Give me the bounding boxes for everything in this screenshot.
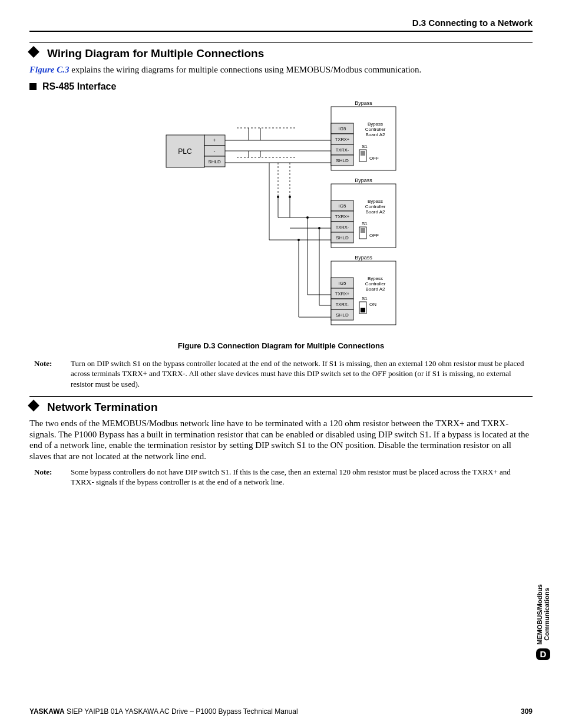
page-footer: YASKAWA SIEP YAIP1B 01A YASKAWA AC Drive… bbox=[29, 707, 533, 716]
svg-text:ON: ON bbox=[369, 302, 376, 307]
intro-paragraph: Figure C.3 explains the wiring diagrams … bbox=[29, 64, 533, 75]
header-section-title: D.3 Connecting to a Network bbox=[29, 18, 533, 32]
svg-text:Bypass: Bypass bbox=[355, 100, 372, 106]
svg-point-33 bbox=[306, 216, 309, 219]
diamond-bullet-icon bbox=[29, 48, 41, 60]
rule bbox=[29, 42, 533, 43]
svg-text:IG5: IG5 bbox=[339, 126, 346, 131]
svg-text:S1: S1 bbox=[362, 296, 368, 301]
svg-text:TXRX+: TXRX+ bbox=[335, 214, 350, 219]
svg-text:S1: S1 bbox=[362, 144, 368, 149]
rule bbox=[29, 396, 533, 397]
heading-wiring-diagram: Wiring Diagram for Multiple Connections bbox=[29, 47, 533, 61]
svg-text:S1: S1 bbox=[362, 221, 368, 226]
svg-text:TXRX-: TXRX- bbox=[336, 147, 349, 153]
network-termination-paragraph: The two ends of the MEMOBUS/Modbus netwo… bbox=[29, 418, 533, 462]
svg-text:Bypass: Bypass bbox=[355, 177, 372, 183]
svg-text:BypassControllerBoard A2: BypassControllerBoard A2 bbox=[365, 199, 386, 215]
svg-text:IG5: IG5 bbox=[339, 281, 346, 286]
svg-text:TXRX+: TXRX+ bbox=[335, 137, 350, 142]
footer-left: YASKAWA SIEP YAIP1B 01A YASKAWA AC Drive… bbox=[29, 707, 298, 716]
note-label: Note: bbox=[29, 467, 71, 487]
svg-text:-: - bbox=[214, 148, 216, 154]
intro-rest: explains the wiring diagrams for multipl… bbox=[70, 65, 422, 74]
svg-text:OFF: OFF bbox=[369, 233, 379, 238]
svg-text:SHLD: SHLD bbox=[336, 235, 349, 241]
diagram-container: PLC + - SHLD bbox=[29, 100, 533, 335]
svg-point-35 bbox=[297, 239, 300, 241]
figure-ref-link[interactable]: Figure C.3 bbox=[29, 65, 70, 74]
figure-caption: Figure D.3 Connection Diagram for Multip… bbox=[29, 341, 533, 351]
svg-rect-49 bbox=[361, 151, 365, 156]
svg-text:SHLD: SHLD bbox=[336, 158, 349, 163]
svg-text:+: + bbox=[213, 137, 216, 143]
svg-text:Bypass: Bypass bbox=[355, 255, 372, 261]
svg-text:PLC: PLC bbox=[178, 147, 192, 156]
svg-rect-64 bbox=[361, 228, 365, 233]
note-body: Some bypass controllers do not have DIP … bbox=[71, 467, 533, 487]
svg-text:BypassControllerBoard A2: BypassControllerBoard A2 bbox=[365, 121, 386, 137]
side-tab-text: MEMOBUS/ModbusCommunications bbox=[536, 584, 550, 645]
heading-rs485: RS-485 Interface bbox=[29, 81, 533, 93]
side-tab: MEMOBUS/ModbusCommunications D bbox=[536, 584, 550, 660]
svg-text:IG5: IG5 bbox=[339, 203, 346, 209]
heading-network-termination: Network Termination bbox=[29, 400, 533, 414]
footer-brand: YASKAWA bbox=[29, 707, 65, 716]
svg-rect-79 bbox=[361, 308, 365, 312]
note-2: Note: Some bypass controllers do not hav… bbox=[29, 467, 533, 487]
subheading-text: RS-485 Interface bbox=[42, 81, 116, 93]
svg-text:TXRX-: TXRX- bbox=[336, 225, 349, 230]
heading-text: Network Termination bbox=[47, 400, 158, 414]
svg-text:TXRX+: TXRX+ bbox=[335, 291, 350, 297]
svg-text:BypassControllerBoard A2: BypassControllerBoard A2 bbox=[365, 276, 386, 292]
note-1: Note: Turn on DIP switch S1 on the bypas… bbox=[29, 358, 533, 390]
svg-text:OFF: OFF bbox=[369, 156, 379, 161]
page-number: 309 bbox=[521, 707, 533, 716]
svg-point-22 bbox=[289, 196, 291, 198]
note-label: Note: bbox=[29, 358, 71, 390]
svg-point-21 bbox=[277, 196, 279, 198]
svg-text:SHLD: SHLD bbox=[208, 159, 221, 164]
footer-title: SIEP YAIP1B 01A YASKAWA AC Drive – P1000… bbox=[65, 707, 298, 716]
svg-point-34 bbox=[318, 227, 320, 229]
appendix-badge: D bbox=[536, 648, 550, 660]
connection-diagram: PLC + - SHLD bbox=[154, 100, 408, 335]
note-body: Turn on DIP switch S1 on the bypass cont… bbox=[71, 358, 533, 390]
diamond-bullet-icon bbox=[29, 401, 41, 413]
heading-text: Wiring Diagram for Multiple Connections bbox=[47, 47, 264, 61]
svg-text:TXRX-: TXRX- bbox=[336, 302, 349, 307]
svg-text:SHLD: SHLD bbox=[336, 312, 349, 318]
square-bullet-icon bbox=[29, 83, 37, 90]
